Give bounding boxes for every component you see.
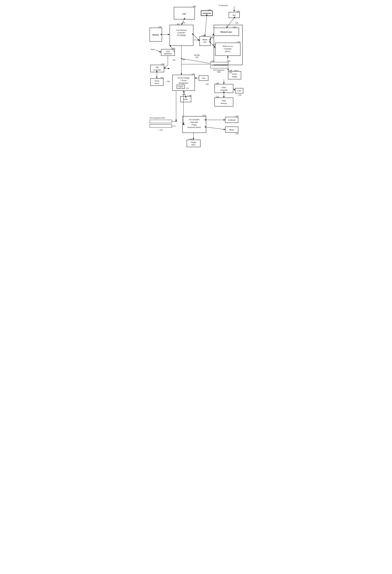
ref-241-bottom: 241 bbox=[167, 80, 170, 82]
video-controller-label2: Controller bbox=[220, 89, 228, 91]
vbat-label: Vbat bbox=[202, 77, 205, 79]
r45-ref-bracket: ⌐ bbox=[235, 10, 236, 12]
io-controller-label1: I/O Controller bbox=[189, 119, 199, 121]
video-controller-box bbox=[215, 84, 233, 93]
video-mem-ref-bracket: ⌐ bbox=[215, 96, 216, 98]
video-ref-bracket: ⌐ bbox=[215, 82, 216, 84]
r45-ref: 236 bbox=[237, 10, 239, 12]
pci-isa-ref: 212 bbox=[192, 73, 195, 75]
ide-controller-ref-bracket: ⌐ bbox=[160, 63, 161, 65]
floppy-ref-bracket: ⌐ bbox=[188, 138, 189, 140]
sm-bus-label: Sm Bus bbox=[194, 54, 200, 56]
video-ref: 246 bbox=[216, 82, 219, 84]
physical-layer-ref: 234 bbox=[234, 26, 236, 28]
ref-230: 230 bbox=[235, 22, 238, 24]
isa-slot2 bbox=[150, 124, 172, 128]
ide-controller-label1: IDE bbox=[156, 66, 159, 68]
pci-isa-ref-bracket: ⌐ bbox=[191, 73, 192, 75]
ide-controller-ref: 220 bbox=[161, 63, 164, 65]
svg-point-3 bbox=[181, 58, 182, 59]
fixed-drive-label1: Fixed bbox=[155, 80, 159, 82]
cpu-ref-bracket: ⌐ bbox=[192, 5, 193, 7]
keyboard-label: Keyboard bbox=[228, 119, 235, 121]
video-controller-label: Video bbox=[222, 86, 226, 88]
video-memory-label2: Memory bbox=[221, 102, 227, 104]
mac-ref-bracket: ⌐ bbox=[236, 41, 237, 43]
mouse-ref-bracket: ⌐ bbox=[235, 133, 235, 135]
ide-controller-box bbox=[150, 65, 164, 72]
fixed-drive-box bbox=[150, 79, 163, 86]
cpu-label: CPU bbox=[182, 13, 186, 15]
floppy-box bbox=[187, 140, 200, 147]
eeprom-ref: 320 bbox=[208, 9, 211, 11]
aux5-line bbox=[156, 50, 161, 52]
io-controller-label3: Floppy bbox=[192, 123, 197, 126]
conn-ref-bracket: ⌐ bbox=[237, 94, 238, 96]
pci-ref2: 241 bbox=[228, 60, 231, 62]
cmos-ref: 213 bbox=[186, 87, 189, 89]
power-supply-label1: Power bbox=[232, 73, 237, 75]
pci-isa-label3: Management bbox=[179, 82, 188, 84]
pci-isa-label2: + Power bbox=[180, 79, 187, 82]
keyboard-ref-bracket: ⌐ bbox=[235, 115, 235, 117]
aux5-right-label: Aux 5 bbox=[234, 69, 238, 71]
isa-ref: 216 bbox=[160, 129, 163, 131]
ref-245: 245 bbox=[173, 59, 176, 61]
ide-controller-label2: Controller bbox=[153, 69, 161, 71]
keyboard-ref: 226 bbox=[236, 115, 238, 117]
ref-252: 252 bbox=[211, 37, 214, 39]
floppy-label2: Drive bbox=[191, 144, 196, 146]
asset-eeprom-label1: Asset bbox=[166, 50, 170, 52]
memory-ref-bracket: ⌐ bbox=[157, 26, 158, 28]
io-ref: 218 bbox=[203, 114, 206, 117]
ref-238: 238 bbox=[195, 56, 198, 58]
video-memory-box bbox=[215, 98, 233, 106]
flash-label: Flash bbox=[183, 98, 188, 100]
eeprom-ref-bracket: ⌐ bbox=[207, 9, 208, 11]
pci-slot2 bbox=[210, 66, 228, 68]
video-mem-ref: 248 bbox=[216, 96, 219, 98]
floppy-label1: Floppy bbox=[191, 141, 196, 143]
mouse-label: Mouse bbox=[229, 129, 234, 131]
ref-214: 214 bbox=[182, 93, 185, 95]
physical-layer-ref-bracket: ⌐ bbox=[232, 26, 233, 28]
io-to-mouse bbox=[206, 127, 225, 130]
core-memory-label2: Controller/ bbox=[177, 32, 185, 34]
asset-eeprom-ref: 241 bbox=[173, 47, 176, 49]
io-controller-label4: Keyboard, Mouse bbox=[188, 126, 201, 128]
bus-h1 bbox=[181, 59, 210, 63]
core-memory-ref-bracket: ⌐ bbox=[176, 23, 177, 25]
core-memory-ref: 204 bbox=[177, 23, 180, 25]
asset-to-ide2 bbox=[164, 65, 168, 68]
core-memory-label3: PCI Bridge bbox=[177, 34, 186, 36]
flash-ref: 242 bbox=[189, 94, 192, 97]
cmos-label: CMOS bbox=[178, 86, 183, 88]
pci-ref2-bracket: ⌐ bbox=[227, 60, 228, 62]
svg-point-5 bbox=[183, 124, 184, 125]
physical-layer-label: Physical Layer bbox=[220, 31, 232, 33]
r45-label: R45 bbox=[233, 14, 236, 16]
conn-ref: 250 bbox=[238, 94, 241, 96]
eeprom-to-mgmt bbox=[205, 16, 207, 36]
mgmt-asic-label2: Asic bbox=[203, 41, 207, 43]
power-supply-ref1: 240 bbox=[229, 69, 232, 71]
mac-label2: Controller bbox=[224, 48, 232, 50]
cpu-ref: 200 bbox=[193, 5, 196, 7]
isa-slots-label: ISA Expansion Slots bbox=[150, 117, 165, 119]
mii-label: MII bbox=[213, 44, 215, 46]
to-network-label: To Network bbox=[219, 4, 228, 6]
eeprom-label: EEPROM bbox=[203, 12, 211, 14]
mac-label1: Media Access bbox=[222, 45, 233, 47]
mgmt-asic-label1: Mgmt bbox=[203, 38, 207, 41]
io-controller-label2: Interrupts bbox=[191, 121, 198, 123]
core-memory-label1: Core Memory bbox=[176, 29, 187, 31]
mac-ref: 232 bbox=[237, 41, 240, 43]
power-supply-label2: Supply bbox=[232, 76, 237, 78]
floppy-ref: 224 bbox=[190, 138, 193, 140]
flash-ref-bracket: ⌐ bbox=[188, 94, 189, 97]
aux5-label: Aux5 bbox=[150, 48, 155, 50]
memory-label: Memory bbox=[152, 34, 159, 36]
io-ref-bracket: ⌐ bbox=[201, 114, 202, 117]
svg-point-4 bbox=[176, 121, 176, 122]
fixed-drive-label2: Drive bbox=[155, 82, 159, 84]
